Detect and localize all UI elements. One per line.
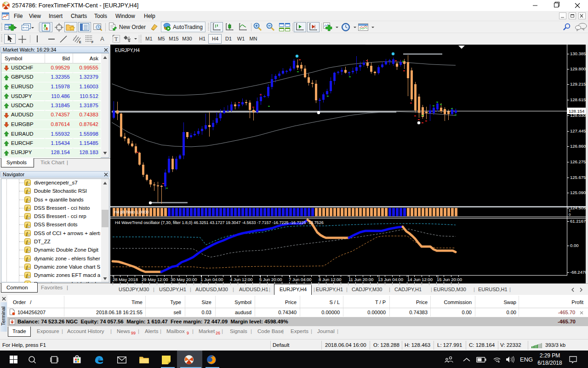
svg-text:H4 WaveTrend oscillator (7,30,: H4 WaveTrend oscillator (7,30, filter 1.…: [115, 220, 324, 225]
svg-text:13 Jun 04:00: 13 Jun 04:00: [378, 277, 403, 282]
svg-text:0: 0: [569, 213, 571, 217]
svg-text:130.385: 130.385: [570, 51, 586, 56]
svg-text:30 May 20:00: 30 May 20:00: [171, 277, 197, 282]
svg-text:129.800: 129.800: [570, 66, 586, 71]
svg-text:125.090: 125.090: [570, 190, 586, 195]
svg-text:129.215: 129.215: [570, 81, 586, 86]
svg-text:H4 pb histo 1.0000: H4 pb histo 1.0000: [114, 210, 149, 214]
svg-text:128.615: 128.615: [570, 97, 586, 102]
svg-text:29 May 12:00: 29 May 12:00: [142, 277, 168, 282]
svg-text:126.275: 126.275: [570, 159, 586, 164]
svg-text:1 Jun 04:00: 1 Jun 04:00: [200, 277, 223, 282]
svg-text:7 Jun 04:00: 7 Jun 04:00: [289, 277, 312, 282]
svg-text:126.860: 126.860: [570, 144, 586, 149]
svg-text:14 Jun 12:00: 14 Jun 12:00: [407, 277, 433, 282]
svg-text:125.675: 125.675: [570, 175, 586, 180]
svg-text:4 Jun 12:00: 4 Jun 12:00: [230, 277, 253, 282]
svg-text:127.445: 127.445: [570, 128, 586, 133]
svg-text:124.505: 124.505: [570, 205, 586, 210]
svg-text:EURJPY,H4: EURJPY,H4: [115, 48, 140, 53]
svg-text:11 Jun 20:00: 11 Jun 20:00: [348, 277, 373, 282]
svg-text:15 Jun 20:00: 15 Jun 20:00: [437, 277, 462, 282]
svg-text:5 Jun 20:00: 5 Jun 20:00: [259, 277, 282, 282]
svg-text:8 Jun 12:00: 8 Jun 12:00: [319, 277, 342, 282]
svg-text:-68.2478: -68.2478: [570, 270, 588, 275]
svg-text:0.00: 0.00: [570, 243, 579, 248]
svg-text:128.154: 128.154: [569, 109, 584, 114]
svg-text:E: E: [79, 40, 81, 44]
svg-text:1: 1: [569, 208, 571, 213]
svg-text:F: F: [91, 40, 94, 44]
svg-text:61.2167: 61.2167: [570, 218, 586, 224]
svg-text:28 May 2018: 28 May 2018: [113, 277, 138, 282]
svg-text:T: T: [114, 36, 118, 42]
